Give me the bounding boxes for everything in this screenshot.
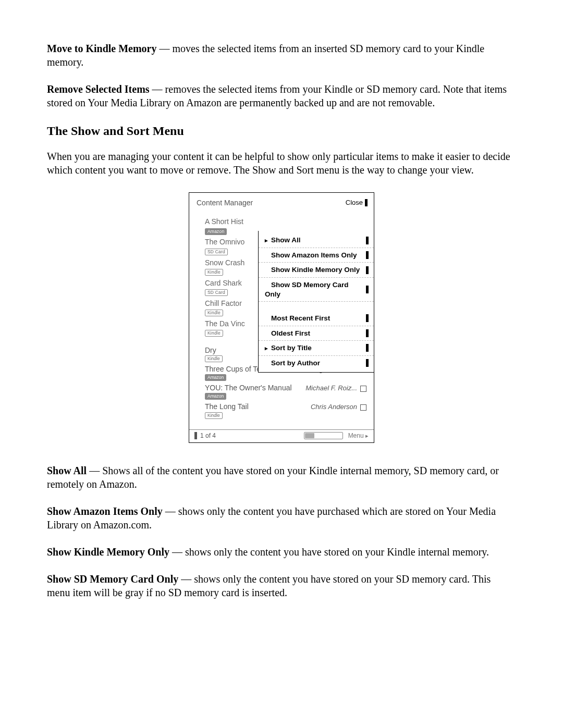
term: Show Kindle Memory Only bbox=[47, 546, 169, 558]
definition-show-kindle: Show Kindle Memory Only — shows only the… bbox=[47, 545, 516, 559]
selector-bar-icon bbox=[366, 286, 369, 293]
term: Show Amazon Items Only bbox=[47, 505, 163, 517]
selector-bar-icon bbox=[366, 237, 369, 244]
selector-bar-icon bbox=[366, 266, 369, 274]
item-badge: Kindle bbox=[205, 269, 223, 276]
show-sort-menu: ▸Show All Show Amazon Items Only Show Ki… bbox=[258, 231, 374, 373]
menu-button-label: Menu bbox=[348, 432, 364, 439]
selected-arrow-icon: ▸ bbox=[265, 237, 269, 244]
section-intro: When you are managing your content it ca… bbox=[47, 150, 516, 177]
list-item[interactable]: YOU: The Owner's Manual Amazon Michael F… bbox=[189, 382, 374, 401]
kindle-body: A Short Hist Amazon The Omnivo SD Card S… bbox=[189, 213, 374, 425]
menu-separator bbox=[259, 302, 374, 311]
term: Move to Kindle Memory bbox=[47, 43, 157, 54]
chevron-right-icon: ▸ bbox=[365, 433, 369, 439]
progress-indicator bbox=[304, 432, 343, 439]
close-label: Close bbox=[346, 199, 363, 207]
item-badge: Kindle bbox=[205, 412, 223, 419]
close-icon bbox=[365, 199, 368, 206]
item-badge: Amazon bbox=[205, 393, 226, 400]
term: Remove Selected Items bbox=[47, 83, 150, 95]
menu-item-show-amazon[interactable]: Show Amazon Items Only bbox=[259, 248, 374, 263]
definition-show-amazon: Show Amazon Items Only — shows only the … bbox=[47, 504, 516, 532]
item-badge: SD Card bbox=[205, 289, 228, 296]
page-indicator: 1 of 4 bbox=[194, 432, 216, 440]
menu-label: Show Amazon Items Only bbox=[271, 251, 357, 259]
selector-bar-icon bbox=[366, 329, 369, 337]
item-title: Dry bbox=[205, 346, 216, 355]
menu-label: Oldest First bbox=[271, 329, 310, 337]
definition-show-sd: Show SD Memory Card Only — shows only th… bbox=[47, 572, 516, 599]
menu-item-show-sd[interactable]: Show SD Memory Card Only bbox=[259, 278, 374, 302]
checkbox-icon[interactable] bbox=[360, 404, 366, 411]
menu-label: Show Kindle Memory Only bbox=[271, 266, 360, 274]
kindle-footer: 1 of 4 Menu ▸ bbox=[189, 429, 374, 443]
item-title: YOU: The Owner's Manual bbox=[205, 383, 292, 392]
item-badge: Kindle bbox=[205, 330, 223, 337]
definition-text: — shows only the content you have stored… bbox=[169, 546, 489, 558]
menu-label: Show All bbox=[271, 236, 301, 244]
item-badge: SD Card bbox=[205, 249, 228, 255]
list-item[interactable]: The Long Tail Kindle Chris Anderson bbox=[189, 401, 374, 419]
menu-label: Most Recent First bbox=[271, 314, 330, 322]
kindle-title: Content Manager bbox=[197, 198, 253, 207]
selector-bar-icon bbox=[366, 251, 369, 259]
item-title: The Long Tail bbox=[205, 402, 249, 411]
kindle-header: Content Manager Close bbox=[189, 193, 374, 213]
page-bar-icon bbox=[194, 432, 197, 439]
menu-item-oldest[interactable]: Oldest First bbox=[259, 326, 374, 341]
checkbox-icon[interactable] bbox=[360, 386, 366, 392]
kindle-frame: Content Manager Close A Short Hist Amazo… bbox=[189, 192, 374, 443]
menu-item-sort-title[interactable]: ▸Sort by Title bbox=[259, 341, 374, 356]
item-author: Chris Anderson bbox=[311, 403, 357, 412]
item-badge: Kindle bbox=[205, 310, 223, 316]
item-badge: Amazon bbox=[205, 228, 227, 235]
selector-bar-icon bbox=[366, 359, 369, 367]
item-author: Michael F. Roiz... bbox=[305, 384, 357, 393]
menu-item-most-recent[interactable]: Most Recent First bbox=[259, 311, 374, 326]
definition-move-to-kindle: Move to Kindle Memory — moves the select… bbox=[47, 42, 516, 69]
page-label: 1 of 4 bbox=[200, 432, 216, 440]
menu-button[interactable]: Menu ▸ bbox=[348, 432, 369, 440]
item-title: A Short Hist bbox=[205, 217, 374, 226]
menu-label: Sort by Author bbox=[271, 359, 320, 367]
kindle-screenshot: Content Manager Close A Short Hist Amazo… bbox=[47, 192, 516, 443]
menu-item-show-all[interactable]: ▸Show All bbox=[259, 233, 374, 248]
selected-arrow-icon: ▸ bbox=[265, 344, 269, 352]
menu-item-show-kindle[interactable]: Show Kindle Memory Only bbox=[259, 263, 374, 278]
term: Show All bbox=[47, 465, 87, 476]
selector-bar-icon bbox=[366, 344, 369, 352]
term: Show SD Memory Card Only bbox=[47, 573, 178, 585]
selector-bar-icon bbox=[366, 314, 369, 322]
definition-show-all: Show All — Shows all of the content you … bbox=[47, 464, 516, 491]
menu-item-sort-author[interactable]: Sort by Author bbox=[259, 356, 374, 371]
definition-text: — Shows all of the content you have stor… bbox=[47, 465, 499, 490]
section-heading: The Show and Sort Menu bbox=[47, 123, 516, 139]
item-badge: Kindle bbox=[205, 355, 223, 362]
close-button[interactable]: Close bbox=[346, 199, 368, 207]
menu-label: Sort by Title bbox=[271, 344, 312, 352]
menu-label: Show SD Memory Card Only bbox=[265, 281, 349, 298]
definition-remove-selected: Remove Selected Items — removes the sele… bbox=[47, 82, 516, 109]
item-badge: Amazon bbox=[205, 374, 226, 381]
